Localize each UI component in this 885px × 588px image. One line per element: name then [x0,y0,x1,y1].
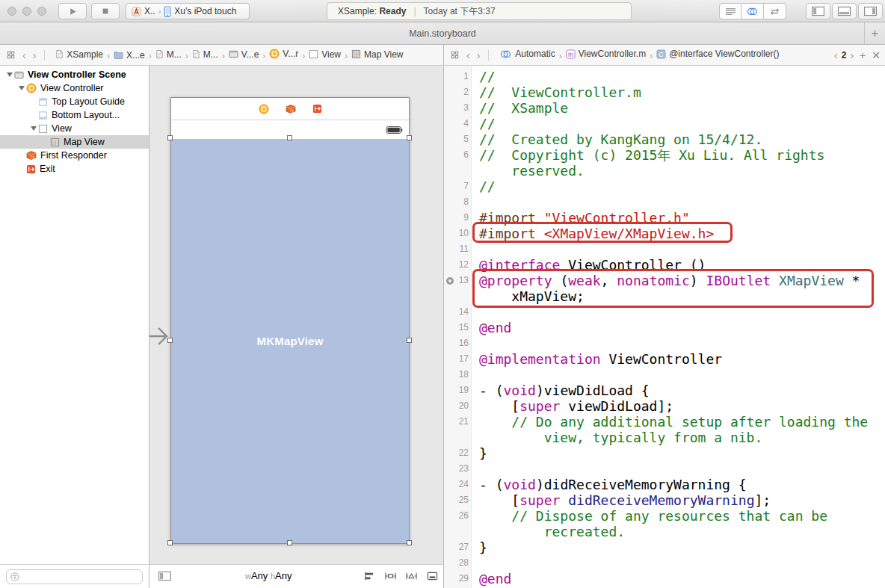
assistant-source-editor[interactable]: 1//2// ViewController.m3// XSample4//5//… [443,66,885,588]
breadcrumb-item-interface-viewcontroller[interactable]: C@interface ViewController() [656,49,779,59]
code-text[interactable]: @end [479,320,511,335]
back-icon[interactable]: ‹ [466,50,470,61]
pin-button[interactable] [384,571,397,581]
new-tab-button[interactable]: + [864,22,885,44]
selection-handle[interactable] [407,338,412,343]
code-text[interactable]: view, typically from a nib. [479,430,762,445]
disclosure-triangle-icon[interactable] [4,72,14,77]
code-text[interactable]: // Created by KangKang on 15/4/12. [479,131,762,147]
selection-handle[interactable] [407,540,412,545]
related-items-icon[interactable] [6,50,16,60]
storyboard-canvas[interactable]: 1 MKMapView [149,66,443,564]
code-text[interactable]: } [479,445,487,461]
code-text[interactable]: @end [479,571,511,587]
code-text[interactable]: @property (weak, nonatomic) IBOutlet XMa… [479,273,860,288]
selection-handle[interactable] [287,135,292,140]
breadcrumb-item-v-e[interactable]: V...e [229,49,259,60]
minimize-window-button[interactable] [22,7,31,16]
disclosure-triangle-icon[interactable] [16,86,26,90]
close-assistant-button[interactable]: ✕ [872,49,881,61]
exit-icon[interactable] [312,104,322,114]
workspace-view-toggles [806,3,883,19]
code-text[interactable]: - (void)viewDidLoad { [479,383,650,398]
related-items-icon[interactable] [450,50,460,60]
counter-forward-icon[interactable]: › [850,50,854,61]
code-text[interactable]: // Copyright (c) 2015年 Xu Liu. All right… [479,147,824,163]
run-button[interactable] [58,3,87,19]
breadcrumb-item-map-view[interactable]: Map View [351,49,403,60]
counter-back-icon[interactable]: ‹ [834,50,838,61]
version-editor-button[interactable] [764,3,786,19]
outline-item-bottom-layout[interactable]: Bottom Layout... [0,108,149,122]
forward-icon[interactable]: › [33,50,37,61]
outline-item-top-layout-guide[interactable]: Top Layout Guide [0,95,149,108]
code-text[interactable]: xMapView; [479,288,585,304]
add-assistant-button[interactable]: + [860,49,866,61]
code-text[interactable]: // Dispose of any resources that can be [479,508,827,524]
view-controller-icon[interactable] [259,104,269,114]
back-icon[interactable]: ‹ [22,50,26,61]
breadcrumb-item-view[interactable]: View [309,49,341,60]
stop-button[interactable] [91,3,120,19]
code-text[interactable]: // [479,179,496,194]
code-text[interactable]: [super didReceiveMemoryWarning]; [479,492,771,508]
selection-handle[interactable] [167,540,173,545]
code-text[interactable]: - (void)didReceiveMemoryWarning { [479,477,747,492]
breadcrumb-item-automatic[interactable]: Automatic [499,49,555,59]
breadcrumb-item-m[interactable]: M... [155,49,182,60]
breadcrumb-item-m[interactable]: M... [192,49,218,60]
debug-area-toggle[interactable] [832,3,857,19]
resolve-auto-layout-button[interactable] [405,571,418,581]
map-view-canvas[interactable]: MKMapView [171,139,409,543]
code-text[interactable]: #import <XMapView/XMapView.h> [479,226,714,241]
selection-handle[interactable] [167,135,173,140]
code-text[interactable]: @implementation ViewController [479,351,722,367]
selection-handle[interactable] [287,540,292,545]
tab-main-storyboard[interactable]: Main.storyboard [409,28,476,39]
filter-field[interactable] [6,569,143,584]
code-text[interactable]: // ViewController.m [479,84,641,100]
forward-icon[interactable]: › [477,50,481,61]
scheme-selector[interactable]: X.. › Xu's iPod touch [126,3,250,19]
breadcrumb-item-x-e[interactable]: X...e [114,50,145,61]
breadcrumb-item-v-r[interactable]: V...r [269,49,298,59]
code-text[interactable]: #import "ViewController.h" [479,210,690,226]
outline-item-view-controller[interactable]: View Controller [0,81,149,95]
zoom-window-button[interactable] [37,7,46,16]
outline-item-first-responder[interactable]: 1First Responder [0,149,149,162]
navigator-panel-toggle[interactable] [806,3,830,19]
disclosure-triangle-icon[interactable] [28,126,38,131]
outline-item-view-controller-scene[interactable]: View Controller Scene [0,68,149,81]
outline-item-map-view[interactable]: Map View [0,135,149,149]
stop-icon [101,7,110,16]
code-text[interactable]: // [479,116,496,131]
breadcrumb-item-xsample[interactable]: XSample [55,49,103,60]
code-text[interactable]: // [479,69,496,84]
first-responder-icon[interactable]: 1 [286,104,296,114]
code-text[interactable]: recreated. [479,524,625,539]
breadcrumb-item-viewcontroller-m[interactable]: mViewController.m [566,49,646,59]
code-line-20: 20 [super viewDidLoad]; [444,398,885,414]
initial-view-controller-arrow[interactable] [149,324,172,348]
embed-button[interactable] [426,571,439,581]
outline-toggle-button[interactable] [158,571,172,581]
code-text[interactable]: // XSample [479,100,568,116]
code-text[interactable]: reserved. [479,163,585,179]
outline-item-view[interactable]: View [0,122,149,135]
code-text[interactable]: // Do any additional setup after loading… [479,414,868,430]
standard-editor-button[interactable] [719,3,741,19]
selection-handle[interactable] [167,338,173,343]
selection-handle[interactable] [407,135,412,140]
close-window-button[interactable] [7,7,16,16]
code-text[interactable]: } [479,539,487,555]
code-text[interactable]: @interface ViewController () [479,257,706,273]
view-controller-frame[interactable]: 1 MKMapView [170,97,410,544]
line-number: 14 [444,304,469,320]
code-text[interactable]: [super viewDidLoad]; [479,398,673,414]
outline-item-exit[interactable]: Exit [0,162,149,176]
utilities-panel-toggle[interactable] [858,3,883,19]
assistant-editor-button[interactable] [741,3,764,19]
size-class-control[interactable]: wAny hAny [245,570,292,581]
code-line-15: 15@end [444,320,885,335]
align-button[interactable] [363,571,376,581]
